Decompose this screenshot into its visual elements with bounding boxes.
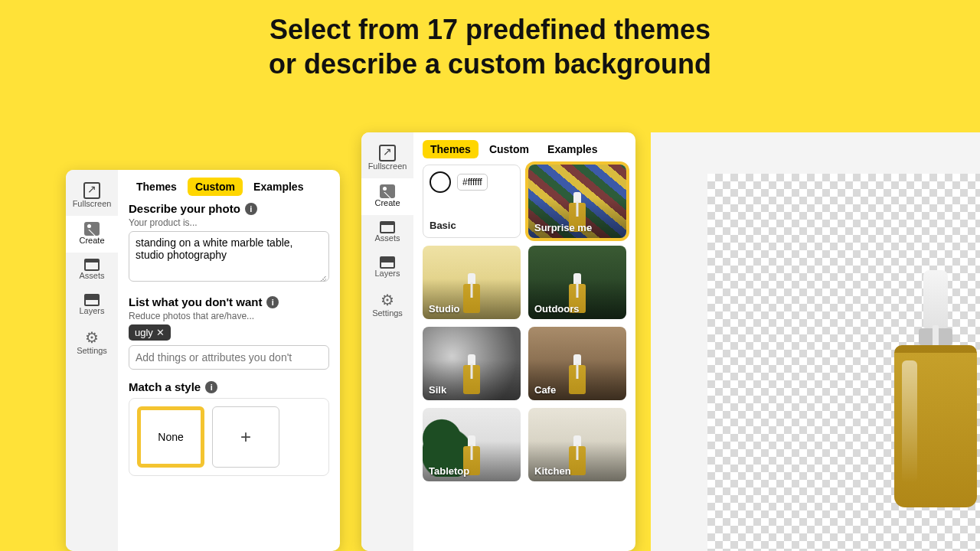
theme-silk[interactable]: Silk	[423, 327, 521, 400]
nav-fullscreen-label: Fullscreen	[73, 199, 112, 208]
theme-label: Kitchen	[528, 465, 577, 481]
theme-label: Basic	[430, 220, 456, 231]
theme-kitchen[interactable]: Kitchen	[528, 408, 626, 481]
nav-create[interactable]: Create	[361, 178, 413, 215]
plus-icon: +	[240, 426, 251, 448]
exclude-chips: ugly ✕	[129, 324, 329, 341]
describe-title: Describe your photo i	[129, 202, 329, 215]
nav-create[interactable]: Create	[66, 216, 118, 253]
info-icon[interactable]: i	[266, 296, 279, 308]
color-swatch[interactable]	[430, 171, 451, 193]
transparent-canvas[interactable]	[707, 174, 980, 551]
nav-fullscreen[interactable]: Fullscreen	[66, 176, 118, 216]
fullscreen-icon	[379, 145, 396, 161]
exclude-chip[interactable]: ugly ✕	[129, 324, 171, 341]
theme-label: Cafe	[528, 384, 562, 400]
layers-icon	[380, 256, 395, 269]
nav-assets[interactable]: Assets	[66, 253, 118, 288]
theme-label: Studio	[423, 303, 466, 319]
nav-layers[interactable]: Layers	[66, 288, 118, 323]
tab-themes[interactable]: Themes	[423, 140, 479, 158]
nav-fullscreen-label: Fullscreen	[368, 161, 407, 171]
headline-line1: Select from 17 predefined themes	[0, 12, 980, 47]
product-bottle-icon	[569, 354, 586, 394]
chip-label: ugly	[135, 327, 153, 338]
nav-settings[interactable]: ⚙ Settings	[66, 323, 118, 363]
nav-rail: Fullscreen Create Assets Layers ⚙ Settin…	[66, 170, 118, 551]
tabs-row: Themes Custom Examples	[423, 140, 626, 158]
theme-label: Outdoors	[528, 303, 586, 319]
style-none-label: None	[158, 431, 183, 443]
theme-outdoors[interactable]: Outdoors	[528, 246, 626, 319]
nav-assets-label: Assets	[79, 271, 104, 280]
exclude-title: List what you don't want i	[129, 295, 329, 308]
nav-assets[interactable]: Assets	[361, 215, 413, 250]
style-title: Match a style i	[129, 380, 329, 393]
style-add[interactable]: +	[212, 406, 279, 468]
theme-label: Surprise me	[528, 222, 598, 238]
canvas-area	[651, 132, 980, 551]
resize-handle-icon[interactable]	[318, 274, 326, 282]
hex-input[interactable]: #ffffff	[457, 174, 488, 191]
tab-examples[interactable]: Examples	[246, 178, 311, 196]
theme-surprise-me[interactable]: Surprise me	[528, 165, 626, 238]
tabs-row: Themes Custom Examples	[129, 178, 329, 196]
layers-icon	[84, 294, 100, 306]
gear-icon: ⚙	[381, 292, 394, 308]
tab-themes[interactable]: Themes	[129, 178, 185, 196]
nav-fullscreen[interactable]: Fullscreen	[361, 139, 413, 178]
theme-cafe[interactable]: Cafe	[528, 327, 626, 400]
image-icon	[380, 184, 395, 198]
gear-icon: ⚙	[85, 329, 99, 346]
theme-label: Tabletop	[423, 465, 475, 481]
nav-create-label: Create	[79, 236, 104, 245]
product-bottle-icon	[463, 354, 480, 394]
describe-textarea[interactable]	[129, 231, 329, 282]
fullscreen-icon	[83, 182, 100, 199]
nav-settings[interactable]: ⚙ Settings	[361, 285, 413, 325]
themes-panel: Fullscreen Create Assets Layers ⚙ Settin…	[361, 132, 635, 551]
theme-basic[interactable]: #ffffff Basic	[423, 165, 521, 238]
nav-settings-label: Settings	[77, 346, 107, 355]
theme-studio[interactable]: Studio	[423, 246, 521, 319]
style-none[interactable]: None	[137, 406, 204, 468]
style-picker: None +	[129, 398, 329, 476]
describe-hint: Your product is...	[129, 217, 329, 228]
tab-examples[interactable]: Examples	[540, 140, 605, 158]
close-icon[interactable]: ✕	[156, 327, 165, 338]
info-icon[interactable]: i	[245, 203, 257, 215]
theme-tabletop[interactable]: Tabletop	[423, 408, 521, 481]
nav-layers-label: Layers	[79, 306, 104, 315]
exclude-input[interactable]	[129, 345, 329, 370]
tab-custom[interactable]: Custom	[188, 178, 243, 196]
box-icon	[380, 221, 395, 233]
nav-assets-label: Assets	[374, 233, 400, 243]
theme-label: Silk	[423, 384, 452, 400]
nav-layers-label: Layers	[374, 269, 400, 278]
nav-settings-label: Settings	[372, 308, 403, 318]
image-icon	[84, 222, 100, 236]
info-icon[interactable]: i	[205, 381, 217, 393]
product-image[interactable]	[890, 270, 980, 507]
nav-create-label: Create	[374, 198, 400, 207]
exclude-hint: Reduce photos that are/have...	[129, 311, 329, 321]
tab-custom[interactable]: Custom	[482, 140, 537, 158]
nav-layers[interactable]: Layers	[361, 250, 413, 285]
theme-grid: #ffffff Basic Surprise me Studio Outdoor…	[423, 165, 626, 481]
nav-rail: Fullscreen Create Assets Layers ⚙ Settin…	[361, 132, 413, 551]
headline-line2: or describe a custom background	[0, 47, 980, 81]
custom-panel: Fullscreen Create Assets Layers ⚙ Settin…	[66, 170, 340, 551]
box-icon	[84, 259, 100, 271]
headline: Select from 17 predefined themes or desc…	[0, 12, 980, 81]
